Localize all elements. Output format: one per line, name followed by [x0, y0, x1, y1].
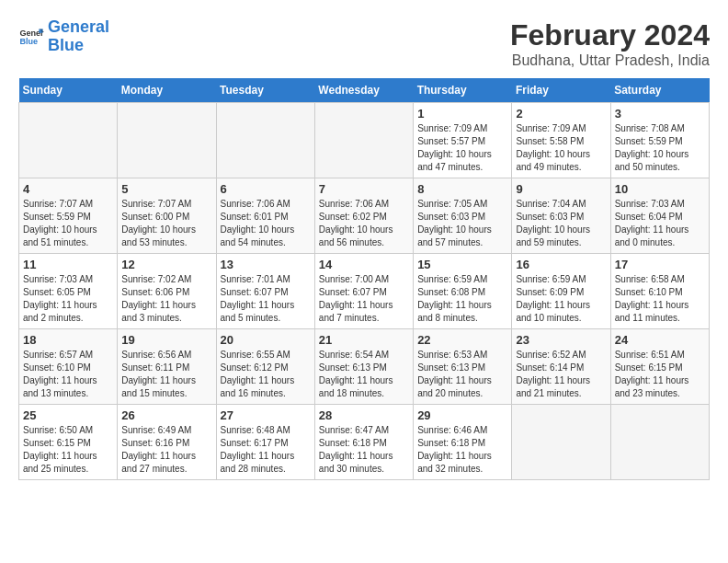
day-header-tuesday: Tuesday: [216, 78, 314, 103]
calendar-cell: [512, 405, 610, 480]
day-number: 9: [516, 182, 606, 196]
calendar-cell: 29Sunrise: 6:46 AM Sunset: 6:18 PM Dayli…: [414, 405, 512, 480]
logo: General Blue GeneralBlue: [18, 18, 109, 55]
calendar-cell: 1Sunrise: 7:09 AM Sunset: 5:57 PM Daylig…: [414, 103, 512, 178]
svg-text:Blue: Blue: [19, 37, 38, 46]
day-number: 15: [417, 258, 507, 271]
calendar-cell: 24Sunrise: 6:51 AM Sunset: 6:15 PM Dayli…: [610, 329, 709, 405]
calendar-cell: 11Sunrise: 7:03 AM Sunset: 6:05 PM Dayli…: [19, 254, 118, 329]
day-detail: Sunrise: 6:46 AM Sunset: 6:18 PM Dayligh…: [417, 424, 507, 476]
calendar-week-3: 11Sunrise: 7:03 AM Sunset: 6:05 PM Dayli…: [19, 254, 710, 329]
main-title: February 2024: [510, 18, 710, 52]
calendar-cell: 6Sunrise: 7:06 AM Sunset: 6:01 PM Daylig…: [216, 178, 314, 254]
calendar-cell: 19Sunrise: 6:56 AM Sunset: 6:11 PM Dayli…: [118, 329, 216, 405]
calendar-cell: 4Sunrise: 7:07 AM Sunset: 5:59 PM Daylig…: [19, 178, 118, 254]
day-detail: Sunrise: 6:51 AM Sunset: 6:15 PM Dayligh…: [615, 349, 705, 400]
day-detail: Sunrise: 6:54 AM Sunset: 6:13 PM Dayligh…: [319, 349, 409, 400]
calendar-cell: 27Sunrise: 6:48 AM Sunset: 6:17 PM Dayli…: [216, 405, 314, 480]
day-detail: Sunrise: 7:08 AM Sunset: 5:59 PM Dayligh…: [615, 122, 705, 174]
calendar-week-5: 25Sunrise: 6:50 AM Sunset: 6:15 PM Dayli…: [19, 405, 710, 480]
day-number: 1: [417, 107, 507, 121]
day-detail: Sunrise: 6:57 AM Sunset: 6:10 PM Dayligh…: [23, 349, 113, 400]
day-detail: Sunrise: 7:03 AM Sunset: 6:05 PM Dayligh…: [23, 273, 113, 325]
day-number: 19: [121, 333, 211, 347]
day-number: 23: [516, 333, 606, 347]
day-number: 28: [319, 408, 409, 422]
day-number: 5: [121, 182, 211, 196]
day-detail: Sunrise: 6:47 AM Sunset: 6:18 PM Dayligh…: [319, 424, 409, 476]
day-number: 11: [23, 258, 113, 271]
day-number: 27: [221, 408, 311, 422]
calendar-cell: 14Sunrise: 7:00 AM Sunset: 6:07 PM Dayli…: [314, 254, 413, 329]
calendar-body: 1Sunrise: 7:09 AM Sunset: 5:57 PM Daylig…: [19, 103, 710, 480]
day-number: 21: [319, 333, 409, 347]
page-header: General Blue GeneralBlue February 2024 B…: [18, 18, 710, 69]
day-detail: Sunrise: 7:05 AM Sunset: 6:03 PM Dayligh…: [417, 198, 507, 249]
day-detail: Sunrise: 7:06 AM Sunset: 6:02 PM Dayligh…: [319, 198, 409, 249]
subtitle: Budhana, Uttar Pradesh, India: [510, 52, 710, 69]
day-number: 29: [417, 408, 507, 422]
day-number: 25: [23, 408, 113, 422]
day-number: 16: [516, 258, 606, 271]
day-header-wednesday: Wednesday: [314, 78, 413, 103]
calendar-cell: 22Sunrise: 6:53 AM Sunset: 6:13 PM Dayli…: [414, 329, 512, 405]
logo-icon: General Blue: [18, 24, 44, 50]
day-detail: Sunrise: 7:07 AM Sunset: 5:59 PM Dayligh…: [23, 198, 113, 249]
calendar-week-2: 4Sunrise: 7:07 AM Sunset: 5:59 PM Daylig…: [19, 178, 710, 254]
calendar-cell: 7Sunrise: 7:06 AM Sunset: 6:02 PM Daylig…: [314, 178, 413, 254]
day-detail: Sunrise: 7:07 AM Sunset: 6:00 PM Dayligh…: [121, 198, 211, 249]
calendar-cell: 5Sunrise: 7:07 AM Sunset: 6:00 PM Daylig…: [118, 178, 216, 254]
calendar-cell: 21Sunrise: 6:54 AM Sunset: 6:13 PM Dayli…: [314, 329, 413, 405]
calendar-cell: 17Sunrise: 6:58 AM Sunset: 6:10 PM Dayli…: [610, 254, 709, 329]
calendar-cell: [314, 103, 413, 178]
day-detail: Sunrise: 6:56 AM Sunset: 6:11 PM Dayligh…: [121, 349, 211, 400]
calendar-cell: 23Sunrise: 6:52 AM Sunset: 6:14 PM Dayli…: [512, 329, 610, 405]
calendar-table: SundayMondayTuesdayWednesdayThursdayFrid…: [18, 78, 710, 480]
calendar-week-4: 18Sunrise: 6:57 AM Sunset: 6:10 PM Dayli…: [19, 329, 710, 405]
day-number: 22: [417, 333, 507, 347]
calendar-week-1: 1Sunrise: 7:09 AM Sunset: 5:57 PM Daylig…: [19, 103, 710, 178]
day-number: 2: [516, 107, 606, 121]
day-detail: Sunrise: 7:09 AM Sunset: 5:57 PM Dayligh…: [417, 122, 507, 174]
day-header-sunday: Sunday: [19, 78, 118, 103]
day-detail: Sunrise: 6:49 AM Sunset: 6:16 PM Dayligh…: [121, 424, 211, 476]
day-detail: Sunrise: 7:02 AM Sunset: 6:06 PM Dayligh…: [121, 273, 211, 325]
day-number: 14: [319, 258, 409, 271]
day-number: 4: [23, 182, 113, 196]
day-detail: Sunrise: 6:59 AM Sunset: 6:08 PM Dayligh…: [417, 273, 507, 325]
day-detail: Sunrise: 6:48 AM Sunset: 6:17 PM Dayligh…: [221, 424, 311, 476]
day-number: 7: [319, 182, 409, 196]
day-number: 10: [615, 182, 705, 196]
day-number: 24: [615, 333, 705, 347]
day-number: 17: [615, 258, 705, 271]
day-detail: Sunrise: 6:58 AM Sunset: 6:10 PM Dayligh…: [615, 273, 705, 325]
calendar-cell: [118, 103, 216, 178]
calendar-cell: [19, 103, 118, 178]
day-number: 12: [121, 258, 211, 271]
calendar-cell: [610, 405, 709, 480]
day-header-monday: Monday: [118, 78, 216, 103]
day-detail: Sunrise: 6:59 AM Sunset: 6:09 PM Dayligh…: [516, 273, 606, 325]
day-number: 18: [23, 333, 113, 347]
day-detail: Sunrise: 7:00 AM Sunset: 6:07 PM Dayligh…: [319, 273, 409, 325]
calendar-cell: 3Sunrise: 7:08 AM Sunset: 5:59 PM Daylig…: [610, 103, 709, 178]
calendar-cell: 13Sunrise: 7:01 AM Sunset: 6:07 PM Dayli…: [216, 254, 314, 329]
calendar-cell: 26Sunrise: 6:49 AM Sunset: 6:16 PM Dayli…: [118, 405, 216, 480]
day-detail: Sunrise: 7:04 AM Sunset: 6:03 PM Dayligh…: [516, 198, 606, 249]
day-header-thursday: Thursday: [414, 78, 512, 103]
day-detail: Sunrise: 7:09 AM Sunset: 5:58 PM Dayligh…: [516, 122, 606, 174]
logo-text: GeneralBlue: [48, 18, 109, 55]
calendar-cell: 12Sunrise: 7:02 AM Sunset: 6:06 PM Dayli…: [118, 254, 216, 329]
day-header-saturday: Saturday: [610, 78, 709, 103]
day-detail: Sunrise: 6:50 AM Sunset: 6:15 PM Dayligh…: [23, 424, 113, 476]
day-number: 13: [221, 258, 311, 271]
day-detail: Sunrise: 6:52 AM Sunset: 6:14 PM Dayligh…: [516, 349, 606, 400]
calendar-cell: 25Sunrise: 6:50 AM Sunset: 6:15 PM Dayli…: [19, 405, 118, 480]
day-number: 20: [221, 333, 311, 347]
day-detail: Sunrise: 7:01 AM Sunset: 6:07 PM Dayligh…: [221, 273, 311, 325]
title-block: February 2024 Budhana, Uttar Pradesh, In…: [510, 18, 710, 69]
calendar-cell: 20Sunrise: 6:55 AM Sunset: 6:12 PM Dayli…: [216, 329, 314, 405]
calendar-header-row: SundayMondayTuesdayWednesdayThursdayFrid…: [19, 78, 710, 103]
day-detail: Sunrise: 6:53 AM Sunset: 6:13 PM Dayligh…: [417, 349, 507, 400]
day-number: 6: [221, 182, 311, 196]
